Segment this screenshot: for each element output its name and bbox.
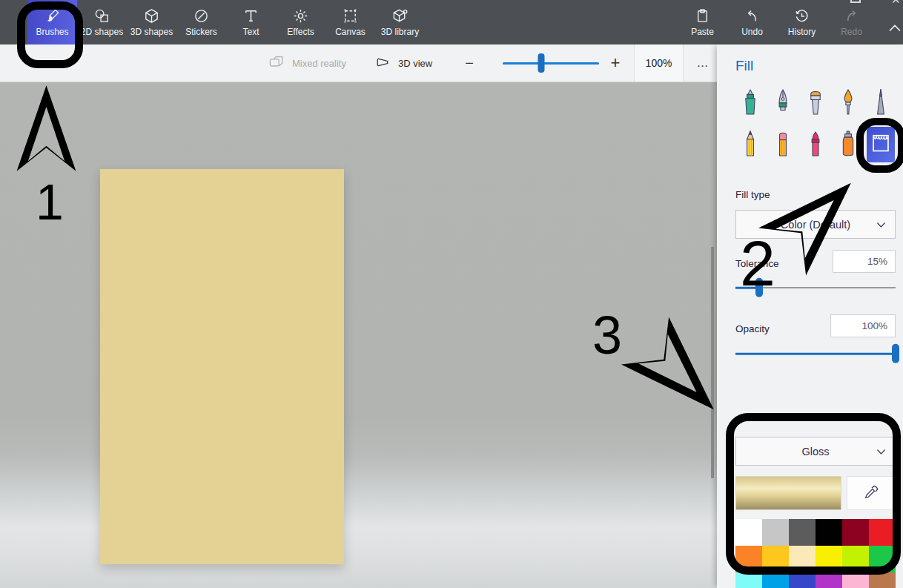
annotation-number-1: 1 — [36, 176, 64, 227]
color-swatch[interactable] — [842, 572, 869, 588]
redo-icon — [843, 7, 860, 24]
pencil-icon — [738, 128, 762, 162]
tab-label: Stickers — [185, 27, 217, 37]
oil-brush-icon — [804, 87, 827, 120]
tab-stickers[interactable]: Stickers — [176, 0, 226, 44]
tab-canvas[interactable]: Canvas — [325, 0, 375, 44]
opacity-label: Opacity — [735, 323, 770, 334]
calligraphy-pen-icon — [771, 87, 795, 120]
zoom-slider[interactable] — [503, 44, 599, 82]
tab-2d-shapes[interactable]: 2D shapes — [77, 0, 127, 44]
zoom-slider-track[interactable] — [503, 62, 599, 65]
tab-3d-shapes[interactable]: 3D shapes — [127, 0, 176, 44]
mixed-reality-label: Mixed reality — [292, 58, 346, 69]
annotation-box-step1 — [17, 1, 83, 68]
color-swatch[interactable] — [869, 572, 896, 588]
chevron-up-icon — [888, 22, 902, 36]
history-button[interactable]: History — [777, 0, 827, 44]
undo-button[interactable]: Undo — [727, 0, 777, 44]
tab-label: 3D shapes — [130, 27, 173, 37]
3d-view-icon — [374, 56, 391, 71]
opacity-slider[interactable] — [735, 344, 896, 363]
tool-tabs: Brushes 2D shapes 3D shapes Stickers Tex… — [27, 0, 425, 44]
3d-library-icon — [391, 7, 408, 24]
tab-3d-library[interactable]: 3D library — [375, 0, 425, 44]
zoom-out-icon: − — [465, 55, 474, 72]
3d-shapes-icon — [143, 7, 160, 24]
paste-icon — [694, 7, 711, 24]
collapse-ribbon-button[interactable] — [884, 19, 903, 39]
action-label: Undo — [741, 27, 763, 37]
annotation-box-step3 — [726, 413, 901, 575]
zoom-in-icon: + — [611, 53, 621, 73]
effects-icon — [292, 7, 309, 24]
tab-text[interactable]: Text — [226, 0, 276, 44]
color-swatch[interactable] — [816, 572, 842, 588]
tab-label: 3D library — [381, 27, 419, 37]
more-options-button[interactable]: … — [688, 44, 718, 82]
action-label: Redo — [841, 27, 862, 37]
zoom-level-value: 100% — [646, 57, 672, 69]
color-swatch[interactable] — [762, 572, 789, 588]
watercolor-brush-icon — [836, 87, 860, 120]
brush-pixel-pen[interactable] — [867, 85, 895, 121]
action-label: History — [788, 27, 816, 37]
view-toolbar: Mixed reality 3D view − + 100% … — [0, 44, 717, 82]
chevron-down-icon — [876, 219, 886, 231]
toolbar-actions: Paste Undo History Redo — [678, 0, 876, 44]
brush-pencil[interactable] — [736, 127, 764, 162]
opacity-slider-fill — [735, 353, 896, 355]
paste-button[interactable]: Paste — [678, 0, 727, 44]
fill-type-label: Fill type — [735, 189, 770, 200]
brush-eraser[interactable] — [769, 127, 797, 162]
3d-view-label: 3D view — [398, 58, 432, 69]
brush-calligraphy-pen[interactable] — [769, 85, 797, 121]
tab-label: Canvas — [335, 27, 366, 37]
maximize-icon[interactable] — [850, 0, 861, 3]
opacity-input[interactable]: 100% — [830, 314, 896, 337]
annotation-arrow-step1 — [15, 76, 78, 184]
color-swatch[interactable] — [789, 572, 816, 588]
annotation-ring-step2 — [856, 118, 903, 173]
zoom-out-button[interactable]: − — [460, 44, 479, 82]
opacity-slider-thumb[interactable] — [892, 344, 899, 363]
2d-shapes-icon — [93, 7, 110, 24]
tab-effects[interactable]: Effects — [276, 0, 325, 44]
close-icon[interactable]: ✕ — [891, 0, 901, 7]
panel-title: Fill — [735, 58, 753, 74]
tab-label: Effects — [287, 27, 314, 37]
zoom-in-button[interactable]: + — [605, 44, 626, 82]
redo-button[interactable]: Redo — [827, 0, 876, 44]
history-icon — [793, 7, 810, 24]
text-icon — [242, 7, 259, 24]
canvas-icon — [342, 7, 359, 24]
tab-label: Text — [242, 27, 259, 37]
tolerance-value: 15% — [867, 256, 887, 267]
annotation-number-3: 3 — [592, 308, 622, 362]
annotation-number-2: 2 — [740, 231, 775, 295]
opacity-value: 100% — [861, 320, 887, 331]
undo-icon — [744, 7, 761, 24]
drawing-canvas[interactable] — [100, 169, 344, 564]
zoom-level-display[interactable]: 100% — [634, 44, 684, 82]
pixel-pen-icon — [869, 87, 893, 120]
brush-watercolor[interactable] — [834, 85, 862, 121]
eraser-icon — [771, 128, 795, 162]
marker-brush-icon — [738, 87, 762, 120]
mixed-reality-button[interactable]: Mixed reality — [268, 44, 346, 82]
paint3d-window: Brushes 2D shapes 3D shapes Stickers Tex… — [0, 0, 903, 588]
ellipsis-icon: … — [697, 56, 710, 70]
mixed-reality-icon — [268, 55, 285, 72]
3d-view-button[interactable]: 3D view — [374, 44, 432, 82]
brush-oil[interactable] — [801, 85, 830, 121]
action-label: Paste — [691, 27, 714, 37]
stickers-icon — [193, 7, 210, 24]
color-swatch[interactable] — [735, 572, 762, 588]
tab-label: 2D shapes — [81, 27, 123, 37]
brush-marker[interactable] — [736, 85, 764, 121]
top-toolbar: Brushes 2D shapes 3D shapes Stickers Tex… — [0, 0, 903, 44]
zoom-slider-thumb[interactable] — [538, 53, 545, 73]
tolerance-input[interactable]: 15% — [833, 250, 896, 273]
